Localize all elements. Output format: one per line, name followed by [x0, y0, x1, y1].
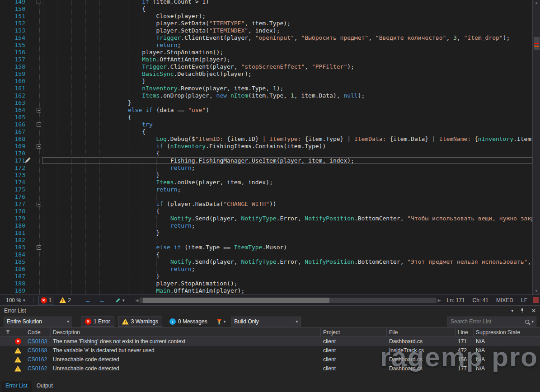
code-line[interactable]: 169−if (nInventory.FishingItems.Contains…	[0, 143, 532, 150]
code-line[interactable]: 150{	[0, 5, 532, 13]
indent-guide	[57, 107, 57, 114]
code-line[interactable]: 188player.StopAnimation();	[0, 280, 532, 287]
code-line[interactable]: 164−else if (data == "use")	[0, 107, 532, 114]
code-line[interactable]: 162Items.onDrop(player, new nItem(item.T…	[0, 92, 532, 99]
search-icon[interactable]	[525, 320, 529, 324]
scroll-up-icon[interactable]: ▲	[533, 0, 540, 6]
error-code-link[interactable]: CS0162	[28, 365, 47, 372]
pin-icon[interactable]	[520, 308, 525, 313]
code-line[interactable]: 160}	[0, 78, 532, 85]
error-list-row[interactable]: ✕CS0103The name 'Fishing' does not exist…	[0, 337, 540, 346]
tab-error-list[interactable]: Error List	[1, 381, 32, 392]
error-indicator-button[interactable]: ✕ 1	[38, 296, 55, 304]
column-project[interactable]: Project	[321, 328, 387, 336]
warnings-filter-toggle[interactable]: ! 3 Warnings	[118, 317, 162, 327]
error-code-link[interactable]: CS0168	[28, 347, 47, 354]
code-line[interactable]: 187}	[0, 273, 532, 280]
indent-guide	[114, 34, 114, 42]
scroll-down-icon[interactable]: ▼	[533, 288, 540, 294]
search-input[interactable]	[451, 318, 523, 325]
code-line[interactable]: 178{	[0, 208, 532, 215]
error-code-link[interactable]: CS0162	[28, 356, 47, 363]
code-line[interactable]: 183−else if (item.Type == ItemType.Musor…	[0, 244, 532, 251]
column-code[interactable]: Code	[25, 328, 51, 336]
error-list-row[interactable]: !CS0162Unreachable code detectedclientDa…	[0, 364, 540, 373]
code-line[interactable]: 167{	[0, 128, 532, 135]
code-line[interactable]: 186return;	[0, 266, 532, 273]
code-line[interactable]: 182	[0, 237, 532, 244]
fold-collapse-button[interactable]: −	[37, 144, 41, 149]
fold-collapse-button[interactable]: −	[37, 245, 41, 250]
code-line[interactable]: 171Fishing.FishingManager.UseItem(player…	[0, 157, 532, 164]
panel-titlebar[interactable]: Error List ▾ ✕	[0, 306, 540, 316]
code-line[interactable]: 181}	[0, 229, 532, 237]
error-list-row[interactable]: !CS0168The variable 'e' is declared but …	[0, 346, 540, 355]
code-line[interactable]: 158Trigger.ClientEvent(player, "stopScre…	[0, 63, 532, 70]
code-line[interactable]: 177−if (player.HasData("CHANGE_WITH"))	[0, 201, 532, 208]
code-line[interactable]: 174Items.onUse(player, item, index);	[0, 179, 532, 186]
search-box[interactable]: ▾	[447, 317, 536, 327]
code-text: player.SetData("ITEMINDEX", index);	[43, 27, 532, 34]
errors-filter-toggle[interactable]: ✕ 1 Error	[81, 317, 114, 327]
code-line[interactable]: 179Notify.Send(player, NotifyType.Error,…	[0, 215, 532, 222]
column-severity[interactable]	[0, 328, 25, 336]
chevron-down-icon[interactable]: ▾	[531, 319, 534, 324]
fold-collapse-button[interactable]: −	[37, 108, 41, 112]
indent-guide	[85, 20, 86, 27]
horizontal-scrollbar-thumb[interactable]	[143, 298, 329, 303]
code-line[interactable]: 189Main.OffAntiAnim(player);	[0, 287, 532, 294]
error-code-link[interactable]: CS0103	[28, 338, 47, 345]
window-position-chevron-icon[interactable]: ▾	[511, 308, 513, 313]
code-line[interactable]: 156player.StopAnimation();	[0, 49, 532, 56]
code-line[interactable]: 155return;	[0, 42, 532, 49]
fold-collapse-button[interactable]: −	[37, 202, 41, 206]
code-line[interactable]: 157Main.OffAntiAnim(player);	[0, 56, 532, 63]
column-line[interactable]: Line	[455, 328, 474, 336]
code-line[interactable]: 168Log.Debug($"ItemID: {item.ID} | ItemT…	[0, 135, 532, 143]
navigate-back-icon[interactable]: ←	[85, 297, 91, 303]
code-line[interactable]: 173}	[0, 172, 532, 179]
tab-output[interactable]: Output	[32, 381, 57, 392]
code-line[interactable]: 152player.SetData("ITEMTYPE", item.Type)…	[0, 20, 532, 27]
code-editor[interactable]: 149−if (item.Count > 1)150{151Close(play…	[0, 0, 540, 294]
code-line[interactable]: 175return;	[0, 186, 532, 193]
messages-filter-toggle[interactable]: i 0 Messages	[166, 317, 211, 327]
fold-collapse-button[interactable]: −	[37, 122, 41, 127]
column-suppression-state[interactable]: Suppression State	[474, 328, 540, 336]
marker-dropdown-button[interactable]: ▾	[113, 296, 127, 304]
severity-filter-button[interactable]: ▾	[215, 319, 228, 325]
code-line[interactable]: 165{	[0, 114, 532, 121]
column-description[interactable]: Description	[51, 328, 321, 336]
scope-dropdown[interactable]: Entire Solution ▾	[4, 317, 72, 327]
code-line[interactable]: 151Close(player);	[0, 13, 532, 20]
scroll-left-icon[interactable]: ◀	[134, 298, 140, 303]
code-line[interactable]: 161nInventory.Remove(player, item.Type, …	[0, 85, 532, 92]
code-line[interactable]: 172return;	[0, 164, 532, 172]
close-icon[interactable]: ✕	[531, 308, 536, 314]
code-line[interactable]: 185Notify.Send(player, NotifyType.Error,…	[0, 258, 532, 266]
code-line[interactable]: 159BasicSync.DetachObject(player);	[0, 70, 532, 78]
column-file[interactable]: File	[387, 328, 455, 336]
indent-guide	[71, 135, 72, 143]
code-line[interactable]: 154Trigger.ClientEvent(player, "openInpu…	[0, 34, 532, 42]
scroll-right-icon[interactable]: ▶	[437, 298, 442, 303]
indent-guide	[142, 266, 142, 273]
navigate-forward-icon[interactable]: →	[99, 297, 105, 303]
code-line[interactable]: 170{	[0, 150, 532, 157]
horizontal-scrollbar[interactable]: ◀ ▶	[134, 297, 442, 303]
code-line[interactable]: 166−try	[0, 121, 532, 128]
code-line[interactable]: 163}	[0, 99, 532, 107]
build-filter-dropdown[interactable]: Build Only ▾	[231, 317, 301, 327]
code-line[interactable]: 149−if (item.Count > 1)	[0, 0, 532, 5]
fold-collapse-button[interactable]: −	[37, 0, 41, 4]
code-line[interactable]: 180return;	[0, 222, 532, 229]
indent-guide	[114, 280, 114, 287]
code-line[interactable]: 153player.SetData("ITEMINDEX", index);	[0, 27, 532, 34]
vertical-scrollbar[interactable]: ▲ ▼	[532, 0, 540, 294]
zoom-control[interactable]: 100 % ▾	[4, 296, 28, 304]
code-line[interactable]: 184{	[0, 251, 532, 258]
code-line[interactable]: 176	[0, 193, 532, 201]
horizontal-scrollbar-track[interactable]	[140, 298, 436, 303]
warning-indicator-button[interactable]: ! 2	[57, 296, 73, 304]
error-list-row[interactable]: !CS0162Unreachable code detectedclientDa…	[0, 355, 540, 364]
